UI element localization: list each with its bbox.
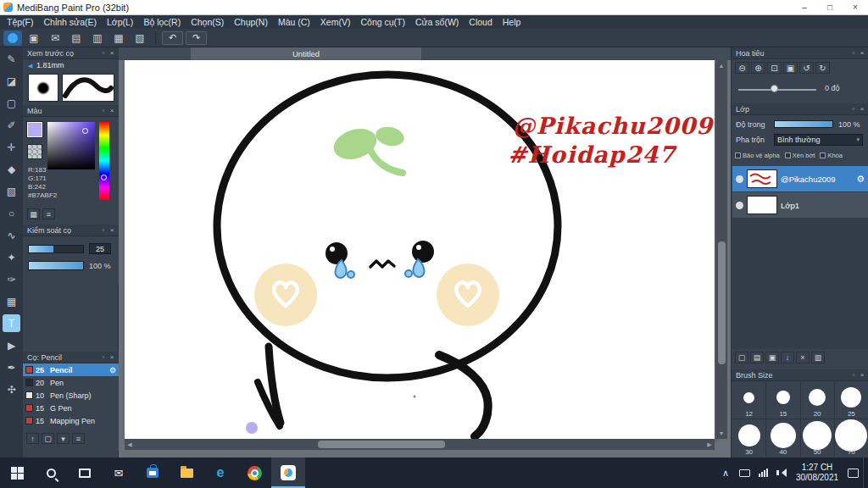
menu-snap[interactable]: Chụp(N)	[229, 15, 273, 29]
popout-icon[interactable]: ▫	[99, 49, 108, 57]
alpha-protect-checkbox[interactable]: Bảo vệ alpha	[735, 152, 780, 159]
undo-button[interactable]: ↶	[162, 31, 183, 45]
grid-tool[interactable]: ▦	[3, 292, 20, 310]
brush-size-option[interactable]: 40	[766, 419, 799, 457]
task-view-button[interactable]	[68, 458, 102, 488]
volume-icon[interactable]	[773, 469, 790, 477]
brush-menu-button[interactable]: ▾	[57, 433, 70, 444]
document-tab[interactable]: Untitled	[191, 47, 421, 60]
horizontal-scroll-thumb[interactable]	[318, 441, 445, 448]
pen-tool[interactable]: ✎	[3, 50, 20, 68]
menu-view[interactable]: Xem(V)	[315, 15, 356, 29]
layer-options-button[interactable]: ▥	[811, 352, 825, 363]
scroll-down-arrow[interactable]: ▼	[716, 428, 726, 439]
redo-button[interactable]: ↷	[186, 31, 207, 45]
rotation-slider-handle[interactable]	[771, 85, 778, 92]
zoom-in-button[interactable]: ⊕	[751, 62, 765, 74]
lasso-tool[interactable]: ∿	[3, 226, 20, 244]
layer-visibility-icon[interactable]	[736, 202, 743, 209]
eyedropper-tool[interactable]: ✒	[3, 358, 20, 376]
grid-button[interactable]: ▦	[109, 30, 128, 46]
layer-visibility-icon[interactable]	[736, 175, 743, 183]
scroll-right-arrow[interactable]: ▶	[704, 439, 715, 450]
comment-button[interactable]: ✉	[46, 30, 64, 46]
sv-cursor[interactable]	[82, 128, 88, 134]
marquee-tool[interactable]: ▢	[3, 94, 20, 112]
brush-size-slider[interactable]	[28, 245, 84, 253]
hue-cursor[interactable]	[101, 175, 107, 180]
rotate-cw-button[interactable]: ↻	[815, 62, 830, 74]
brush-list-button[interactable]: ≡	[72, 433, 85, 444]
menu-cloud[interactable]: Cloud	[464, 15, 497, 29]
chrome-app-button[interactable]	[237, 458, 271, 488]
brush-item-mapping-pen[interactable]: 15 Mapping Pen	[23, 414, 119, 427]
brush-item-pen-sharp[interactable]: 10 Pen (Sharp)	[23, 389, 119, 402]
scroll-left-arrow[interactable]: ◀	[125, 439, 135, 450]
vertical-scroll-thumb[interactable]	[718, 241, 726, 364]
clipping-checkbox[interactable]: Xén bớt	[785, 152, 815, 159]
vertical-scrollbar[interactable]: ▲ ▼	[716, 60, 727, 439]
start-button[interactable]	[0, 458, 34, 488]
edge-app-button[interactable]: e	[203, 458, 237, 488]
lock-checkbox[interactable]: Khóa	[820, 152, 843, 159]
collapse-icon[interactable]: ◀	[28, 63, 32, 69]
layer-settings-icon[interactable]: ⚙	[856, 174, 865, 185]
menu-filter[interactable]: Bộ lọc(R)	[138, 15, 186, 29]
duplicate-layer-button[interactable]: ▣	[765, 352, 779, 363]
zoom-fit-button[interactable]: ⊡	[767, 62, 782, 74]
brush-size-value[interactable]: 25	[89, 243, 111, 254]
menu-help[interactable]: Help	[498, 15, 526, 29]
scroll-up-arrow[interactable]: ▲	[716, 60, 726, 71]
delete-layer-button[interactable]: ×	[796, 352, 810, 363]
touch-keyboard-icon[interactable]	[736, 469, 753, 477]
popout-icon[interactable]: ▫	[99, 107, 108, 114]
close-button[interactable]: ×	[843, 0, 868, 14]
close-icon[interactable]: ×	[858, 105, 866, 113]
layer-opacity-slider[interactable]	[774, 120, 833, 128]
palette-mode-button[interactable]: ▦	[27, 208, 40, 219]
action-center-icon[interactable]	[844, 469, 861, 478]
brush-size-option[interactable]: 20	[801, 381, 834, 419]
popout-icon[interactable]: ▫	[99, 353, 108, 361]
eraser-tool[interactable]: ◪	[3, 72, 20, 90]
open-document-button[interactable]: ▥	[88, 30, 107, 46]
brush-size-option[interactable]: 30	[732, 419, 765, 457]
save-button[interactable]: ▣	[25, 30, 43, 46]
menu-color[interactable]: Màu (C)	[273, 15, 315, 29]
network-icon[interactable]	[754, 469, 771, 477]
merge-layer-button[interactable]: ↓	[781, 352, 794, 363]
menu-select[interactable]: Chọn(S)	[186, 15, 229, 29]
brush-size-option[interactable]: 15	[766, 381, 799, 419]
layer-row-lop1[interactable]: Lớp1	[732, 192, 868, 218]
fill-tool[interactable]: ◆	[3, 160, 20, 178]
rotate-ccw-button[interactable]: ↺	[799, 62, 814, 74]
medibang-app-button[interactable]	[271, 458, 305, 488]
brush-tool[interactable]: ✐	[3, 116, 20, 134]
active-color-button[interactable]	[3, 30, 22, 46]
brush-size-option[interactable]: 70	[835, 419, 868, 457]
brush-size-option[interactable]: 12	[732, 381, 765, 419]
shape-tool[interactable]: ○	[3, 204, 20, 222]
zoom-reset-button[interactable]: ▣	[783, 62, 798, 74]
slider-mode-button[interactable]: ≡	[42, 208, 55, 219]
canvas[interactable]: @Pikachu2009 #Hoidap247	[125, 60, 715, 439]
minimize-button[interactable]: –	[792, 0, 817, 14]
clock[interactable]: 1:27 CH 30/08/2021	[792, 463, 843, 483]
file-explorer-button[interactable]	[170, 458, 203, 488]
horizontal-scrollbar[interactable]: ◀ ▶	[125, 439, 715, 450]
menu-tools[interactable]: Công cụ(T)	[355, 15, 410, 29]
menu-layer[interactable]: Lớp(L)	[102, 15, 138, 29]
new-document-button[interactable]: ▤	[67, 30, 86, 46]
text-tool[interactable]: T	[3, 314, 20, 332]
blend-mode-select[interactable]: Bình thường ▾	[774, 134, 863, 146]
tray-chevron-icon[interactable]: ∧	[717, 468, 734, 479]
close-icon[interactable]: ×	[858, 49, 866, 57]
close-icon[interactable]: ×	[108, 226, 116, 234]
maximize-button[interactable]: □	[817, 0, 843, 14]
menu-file[interactable]: Tệp(F)	[2, 15, 39, 29]
zoom-out-button[interactable]: ⊖	[735, 62, 749, 74]
select-pen-tool[interactable]: ✑	[3, 270, 20, 288]
brush-item-g-pen[interactable]: 15 G Pen	[23, 402, 119, 414]
popout-icon[interactable]: ▫	[849, 371, 858, 379]
gradient-tool[interactable]: ▧	[3, 182, 20, 200]
